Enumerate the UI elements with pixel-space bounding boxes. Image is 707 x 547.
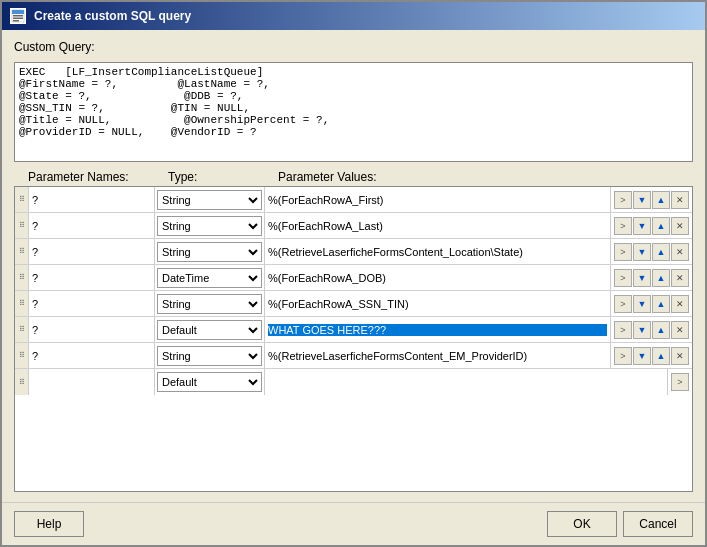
handle-icon: ⠿ — [19, 351, 25, 360]
row-handle[interactable]: ⠿ — [15, 213, 29, 238]
delete-button[interactable]: ✕ — [671, 295, 689, 313]
dialog-icon — [10, 8, 26, 24]
param-value-input[interactable] — [268, 324, 607, 336]
param-value-input[interactable] — [268, 350, 607, 362]
param-name-cell — [29, 369, 155, 395]
param-type-select[interactable]: StringDateTimeDefault — [157, 190, 262, 210]
table-row: ⠿StringDateTimeDefault> — [15, 369, 692, 395]
help-button[interactable]: Help — [14, 511, 84, 537]
col-header-type: Type: — [168, 170, 278, 184]
handle-icon: ⠿ — [19, 195, 25, 204]
param-actions: > — [668, 369, 692, 395]
param-value-input[interactable] — [268, 376, 664, 388]
param-value-input[interactable] — [268, 220, 607, 232]
param-type-select[interactable]: StringDateTimeDefault — [157, 216, 262, 236]
go-button[interactable]: > — [614, 191, 632, 209]
handle-icon: ⠿ — [19, 325, 25, 334]
param-type-select[interactable]: StringDateTimeDefault — [157, 346, 262, 366]
move-down-button[interactable]: ▼ — [633, 191, 651, 209]
param-type-select[interactable]: StringDateTimeDefault — [157, 372, 262, 392]
param-value-input[interactable] — [268, 194, 607, 206]
svg-rect-4 — [13, 20, 19, 22]
handle-icon: ⠿ — [19, 378, 25, 387]
move-down-button[interactable]: ▼ — [633, 217, 651, 235]
table-row: ⠿StringDateTimeDefault>▼▲✕ — [15, 265, 692, 291]
param-type-cell: StringDateTimeDefault — [155, 369, 265, 395]
delete-button[interactable]: ✕ — [671, 321, 689, 339]
move-down-button[interactable]: ▼ — [633, 295, 651, 313]
delete-button[interactable]: ✕ — [671, 347, 689, 365]
row-handle[interactable]: ⠿ — [15, 369, 29, 395]
param-actions: >▼▲✕ — [611, 213, 692, 238]
delete-button[interactable]: ✕ — [671, 269, 689, 287]
param-name-input[interactable] — [32, 298, 151, 310]
row-handle[interactable]: ⠿ — [15, 291, 29, 316]
param-name-input[interactable] — [32, 350, 151, 362]
move-up-button[interactable]: ▲ — [652, 269, 670, 287]
param-value-input[interactable] — [268, 298, 607, 310]
row-handle[interactable]: ⠿ — [15, 187, 29, 212]
param-type-cell: StringDateTimeDefault — [155, 239, 265, 264]
params-list: ⠿StringDateTimeDefault>▼▲✕⠿StringDateTim… — [14, 186, 693, 492]
go-button[interactable]: > — [614, 321, 632, 339]
move-up-button[interactable]: ▲ — [652, 295, 670, 313]
param-value-cell — [265, 369, 668, 395]
param-name-input[interactable] — [32, 246, 151, 258]
move-down-button[interactable]: ▼ — [633, 347, 651, 365]
row-handle[interactable]: ⠿ — [15, 317, 29, 342]
move-down-button[interactable]: ▼ — [633, 269, 651, 287]
param-name-input[interactable] — [32, 324, 151, 336]
svg-rect-2 — [13, 15, 23, 17]
row-handle[interactable]: ⠿ — [15, 239, 29, 264]
dialog-title: Create a custom SQL query — [34, 9, 191, 23]
col-header-name: Parameter Names: — [28, 170, 168, 184]
row-handle[interactable]: ⠿ — [15, 265, 29, 290]
move-up-button[interactable]: ▲ — [652, 191, 670, 209]
row-handle[interactable]: ⠿ — [15, 343, 29, 368]
param-value-cell — [265, 187, 611, 212]
param-type-select[interactable]: StringDateTimeDefault — [157, 268, 262, 288]
param-name-input[interactable] — [32, 272, 151, 284]
sql-query-textarea[interactable] — [14, 62, 693, 162]
move-down-button[interactable]: ▼ — [633, 243, 651, 261]
param-type-select[interactable]: StringDateTimeDefault — [157, 320, 262, 340]
param-actions: >▼▲✕ — [611, 291, 692, 316]
param-name-cell — [29, 291, 155, 316]
move-down-button[interactable]: ▼ — [633, 321, 651, 339]
handle-icon: ⠿ — [19, 221, 25, 230]
param-value-input[interactable] — [268, 272, 607, 284]
ok-button[interactable]: OK — [547, 511, 617, 537]
go-button[interactable]: > — [614, 347, 632, 365]
col-header-value: Parameter Values: — [278, 170, 693, 184]
go-button[interactable]: > — [671, 373, 689, 391]
delete-button[interactable]: ✕ — [671, 243, 689, 261]
go-button[interactable]: > — [614, 243, 632, 261]
delete-button[interactable]: ✕ — [671, 191, 689, 209]
move-up-button[interactable]: ▲ — [652, 347, 670, 365]
param-name-cell — [29, 239, 155, 264]
move-up-button[interactable]: ▲ — [652, 243, 670, 261]
table-row: ⠿StringDateTimeDefault>▼▲✕ — [15, 213, 692, 239]
handle-icon: ⠿ — [19, 273, 25, 282]
param-name-input[interactable] — [32, 194, 151, 206]
footer-right-buttons: OK Cancel — [547, 511, 693, 537]
handle-icon: ⠿ — [19, 299, 25, 308]
delete-button[interactable]: ✕ — [671, 217, 689, 235]
param-value-input[interactable] — [268, 246, 607, 258]
param-name-cell — [29, 187, 155, 212]
go-button[interactable]: > — [614, 217, 632, 235]
param-type-cell: StringDateTimeDefault — [155, 265, 265, 290]
param-name-cell — [29, 343, 155, 368]
param-type-select[interactable]: StringDateTimeDefault — [157, 294, 262, 314]
move-up-button[interactable]: ▲ — [652, 321, 670, 339]
param-value-cell — [265, 343, 611, 368]
param-actions: >▼▲✕ — [611, 265, 692, 290]
param-actions: >▼▲✕ — [611, 343, 692, 368]
param-type-select[interactable]: StringDateTimeDefault — [157, 242, 262, 262]
cancel-button[interactable]: Cancel — [623, 511, 693, 537]
go-button[interactable]: > — [614, 295, 632, 313]
param-name-input[interactable] — [32, 220, 151, 232]
param-name-input[interactable] — [32, 376, 151, 388]
go-button[interactable]: > — [614, 269, 632, 287]
move-up-button[interactable]: ▲ — [652, 217, 670, 235]
